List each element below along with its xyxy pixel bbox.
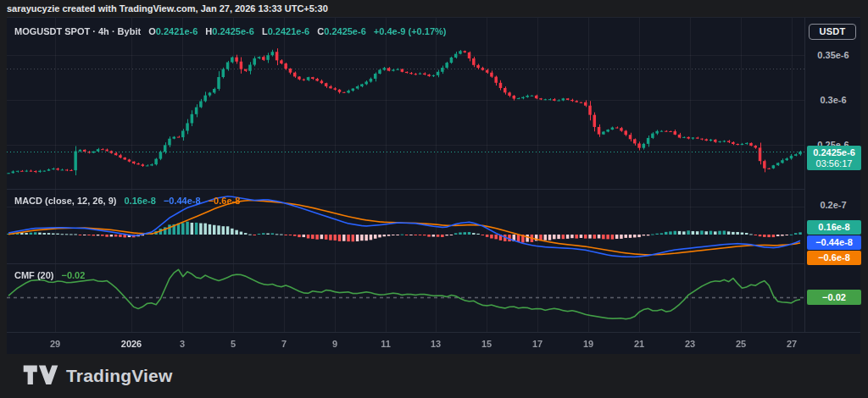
time-axis-label: 9 xyxy=(332,339,337,349)
cmf-badge: −0.02 xyxy=(807,290,861,305)
time-axis-label: 7 xyxy=(281,339,287,349)
last-price-badge: 0.2425e-6 03:56:17 xyxy=(807,146,861,170)
high-value: 0.2425e-6 xyxy=(212,26,254,36)
time-axis-label: 27 xyxy=(787,339,797,349)
open-value: 0.2421e-6 xyxy=(156,26,198,36)
time-axis-label: 21 xyxy=(634,339,644,349)
currency-toggle-button[interactable]: USDT xyxy=(809,24,856,40)
macd-hist-badge: 0.16e-8 xyxy=(807,220,861,235)
time-axis-label: 2026 xyxy=(121,339,142,349)
macd-line-value: −0.44e-8 xyxy=(164,196,201,206)
macd-signal-badge: −0.6e-8 xyxy=(807,251,861,265)
low-label: L xyxy=(262,26,268,36)
tradingview-wordmark: TradingView xyxy=(66,366,173,386)
time-axis[interactable]: 2920263579111315171921232527 xyxy=(7,332,860,356)
bar-countdown: 03:56:17 xyxy=(807,158,861,169)
macd-hist-value: 0.16e-8 xyxy=(125,196,156,206)
cmf-legend[interactable]: CMF (20) −0.02 xyxy=(14,270,85,280)
tradingview-snapshot: sarayucyzie created with TradingView.com… xyxy=(0,0,868,398)
attribution-text: sarayucyzie created with TradingView.com… xyxy=(7,2,328,15)
price-axis-label: 0.2e-7 xyxy=(805,200,861,210)
tradingview-logo-icon xyxy=(23,364,58,387)
time-axis-label: 17 xyxy=(532,339,542,349)
chart-panel: MOGUSDT SPOT · 4h · Bybit O0.2421e-6 H0.… xyxy=(7,17,860,355)
cmf-title[interactable]: CMF (20) xyxy=(14,270,53,280)
open-label: O xyxy=(148,26,156,36)
time-axis-label: 3 xyxy=(180,339,185,349)
time-axis-label: 19 xyxy=(583,339,593,349)
time-axis-label: 15 xyxy=(481,339,492,349)
cmf-value: −0.02 xyxy=(62,270,86,280)
symbol-legend[interactable]: MOGUSDT SPOT · 4h · Bybit O0.2421e-6 H0.… xyxy=(14,26,446,36)
price-axis[interactable]: USDT 0.35e-60.3e-60.25e-60.2e-7 0.2425e-… xyxy=(804,18,861,332)
macd-line-badge: −0.44e-8 xyxy=(807,235,861,250)
price-axis-label: 0.3e-6 xyxy=(805,95,861,105)
price-axis-label: 0.35e-6 xyxy=(805,50,861,60)
change-value: +0.4e-9 (+0.17%) xyxy=(374,26,447,36)
time-axis-label: 13 xyxy=(431,339,441,349)
bottom-bar: TradingView xyxy=(0,354,868,398)
time-axis-label: 23 xyxy=(685,339,695,349)
chart-canvas[interactable] xyxy=(7,18,804,332)
time-axis-label: 29 xyxy=(50,339,60,349)
symbol-title[interactable]: MOGUSDT SPOT · 4h · Bybit xyxy=(14,26,141,36)
macd-legend[interactable]: MACD (close, 12, 26, 9) 0.16e-8 −0.44e-8… xyxy=(14,196,240,206)
macd-signal-value: −0.6e-8 xyxy=(209,196,241,206)
time-axis-label: 25 xyxy=(736,339,746,349)
time-axis-label: 11 xyxy=(381,339,391,349)
time-axis-label: 5 xyxy=(231,339,236,349)
low-value: 0.2421e-6 xyxy=(268,26,310,36)
last-price-value: 0.2425e-6 xyxy=(807,147,861,158)
tradingview-logo[interactable]: TradingView xyxy=(23,364,173,387)
close-value: 0.2425e-6 xyxy=(324,26,366,36)
macd-title[interactable]: MACD (close, 12, 26, 9) xyxy=(14,196,116,206)
